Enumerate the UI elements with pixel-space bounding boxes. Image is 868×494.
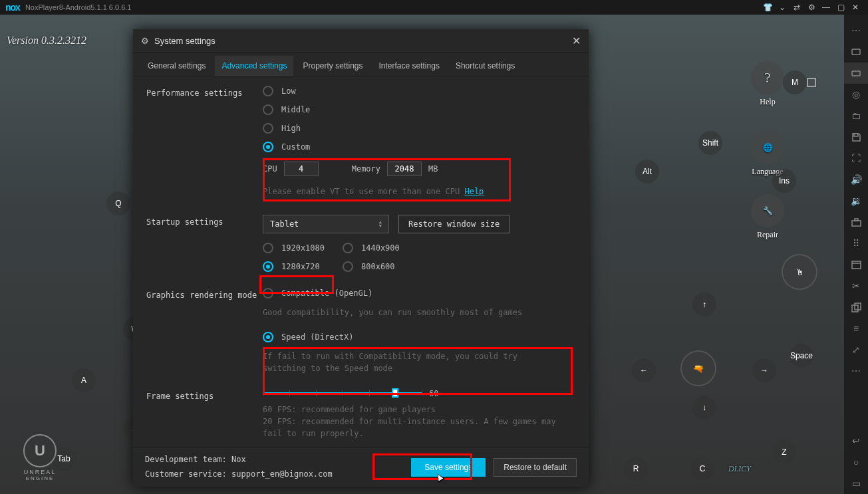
expand-icon[interactable]: ⤢	[844, 339, 868, 360]
res-800-radio[interactable]: 800x600	[343, 261, 395, 272]
gamepad-icon[interactable]: ⇄	[790, 3, 804, 12]
repair-label: Repair	[744, 230, 791, 240]
scissors-icon[interactable]: ✂	[844, 275, 868, 297]
key-m[interactable]: M	[783, 70, 807, 94]
graphics-directx-radio[interactable]: Speed (DirectX)	[263, 332, 579, 342]
cpu-input[interactable]	[284, 162, 319, 176]
recents-icon[interactable]: ▭	[844, 473, 868, 494]
keyboard-map-icon[interactable]	[844, 62, 868, 84]
res-1920-radio[interactable]: 1920x1080	[263, 243, 343, 253]
title-text: NoxPlayer8-Android5.1.1 6.0.6.1	[25, 3, 132, 11]
weapon-button[interactable]: 🔫	[680, 350, 716, 386]
minimize-icon[interactable]: —	[819, 3, 833, 12]
fps-hint-1: 60 FPS: recommended for game players	[263, 404, 579, 416]
performance-label: Performance settings	[146, 86, 263, 98]
home-icon[interactable]: ○	[844, 451, 868, 473]
ellipsis-icon[interactable]: ⋯	[844, 360, 868, 382]
svg-rect-3	[854, 134, 858, 136]
graphics-opengl-radio[interactable]: Compatible (OpenGL)	[263, 288, 579, 299]
restore-window-size-button[interactable]: Restore window size	[398, 215, 509, 233]
more-icon[interactable]: ⋯	[844, 20, 868, 41]
startup-mode-select[interactable]: Tablet ▲▼	[263, 215, 389, 233]
tshirt-icon[interactable]: 👕	[760, 3, 775, 12]
menu-icon[interactable]: ≡	[844, 318, 868, 339]
cpu-label: CPU	[263, 164, 277, 174]
location-icon[interactable]: ◎	[844, 84, 868, 105]
perf-low-radio[interactable]: Low	[263, 86, 579, 96]
system-settings-dialog: ⚙ System settings ✕ General settings Adv…	[133, 29, 589, 487]
key-space[interactable]: Space	[790, 344, 813, 368]
window-icon[interactable]	[844, 254, 868, 275]
key-c[interactable]: C	[690, 457, 714, 481]
rotate-icon[interactable]	[844, 41, 868, 62]
briefcase-icon[interactable]	[844, 211, 868, 233]
titlebar: nox NoxPlayer8-Android5.1.1 6.0.6.1 👕 ⌄ …	[0, 0, 868, 15]
startup-label: Startup settings	[146, 215, 263, 227]
tab-general[interactable]: General settings	[141, 56, 212, 76]
tab-shortcut[interactable]: Shortcut settings	[449, 56, 521, 76]
dotted-box-icon[interactable]: ⠿	[844, 233, 868, 254]
repair-action[interactable]: 🔧 Repair	[744, 194, 791, 240]
wrench-icon: 🔧	[751, 194, 784, 227]
help-icon: ?	[751, 61, 784, 94]
tab-interface[interactable]: Interface settings	[372, 56, 446, 76]
fps-value: 60	[429, 389, 438, 398]
perf-custom-radio[interactable]: Custom	[263, 142, 579, 152]
svg-rect-4	[852, 221, 861, 226]
tab-advanced[interactable]: Advanced settings	[215, 56, 293, 76]
game-version: Version 0.3.2.3212	[7, 35, 86, 47]
key-shift[interactable]: Shift	[698, 131, 722, 155]
help-label: Help	[744, 97, 791, 107]
memory-label: Memory	[352, 164, 380, 174]
key-arrow-down[interactable]: ↓	[692, 396, 716, 420]
close-dialog-button[interactable]: ✕	[572, 35, 581, 47]
key-a[interactable]: A	[72, 368, 96, 392]
mouse-button[interactable]: 🖱	[782, 254, 817, 290]
perf-high-radio[interactable]: High	[263, 123, 579, 134]
back-icon[interactable]: ↩	[844, 430, 868, 451]
frame-label: Frame settings	[146, 389, 263, 401]
dev-team-text: Development team: Nox	[145, 453, 411, 467]
key-arrow-right[interactable]: →	[752, 358, 776, 382]
dialog-footer: Development team: Nox Customer service: …	[133, 447, 589, 487]
fps-hint-2: 20 FPS: recommended for multi-instance u…	[263, 416, 569, 439]
save-disk-icon[interactable]	[844, 126, 868, 148]
edit-overlay-icon[interactable]	[807, 78, 816, 87]
chevron-down-icon[interactable]: ⌄	[775, 3, 790, 12]
volume-down-icon[interactable]: 🔉	[844, 190, 868, 211]
copy-icon[interactable]	[844, 297, 868, 318]
key-z[interactable]: Z	[772, 440, 796, 464]
fps-slider[interactable]	[263, 389, 422, 398]
memory-input[interactable]	[387, 162, 422, 176]
res-1280-radio[interactable]: 1280x720	[263, 261, 343, 272]
close-window-icon[interactable]: ✕	[848, 3, 863, 12]
svg-rect-5	[855, 219, 858, 221]
key-r[interactable]: R	[624, 457, 648, 481]
key-q[interactable]: Q	[106, 191, 130, 215]
vt-help-link[interactable]: Help	[464, 187, 484, 196]
globe-icon: 🌐	[751, 131, 784, 164]
graphics-label: Graphics rendering mode	[146, 288, 263, 300]
volume-up-icon[interactable]: 🔊	[844, 169, 868, 190]
key-arrow-up[interactable]: ↑	[692, 293, 716, 316]
dialog-header: ⚙ System settings ✕	[133, 29, 589, 53]
gear-icon[interactable]: ⚙	[804, 3, 819, 12]
save-settings-button[interactable]: Save settings	[411, 458, 486, 477]
svg-rect-6	[852, 261, 861, 269]
customer-service-text: Customer service: support_en@bignox.com	[145, 467, 411, 482]
directx-hint: If fail to run with Compatibility mode, …	[263, 350, 555, 374]
key-ins[interactable]: Ins	[772, 169, 796, 193]
fullscreen-icon[interactable]: ⛶	[844, 148, 868, 169]
opengl-hint: Good compatibility, you can run smoothly…	[263, 307, 579, 318]
restore-default-button[interactable]: Restore to default	[494, 458, 577, 477]
key-alt[interactable]: Alt	[635, 160, 659, 184]
dialog-content: Performance settings Low Middle High Cus…	[133, 76, 589, 449]
perf-middle-radio[interactable]: Middle	[263, 104, 579, 115]
nox-logo: nox	[5, 2, 20, 13]
key-arrow-left[interactable]: ←	[632, 358, 656, 382]
folder-icon[interactable]: 🗀	[844, 105, 868, 126]
res-1440-radio[interactable]: 1440x900	[343, 243, 400, 253]
unreal-logo: U UNREAL ENGINE	[13, 434, 67, 487]
maximize-icon[interactable]: ▢	[833, 3, 848, 12]
tab-property[interactable]: Property settings	[296, 56, 369, 76]
